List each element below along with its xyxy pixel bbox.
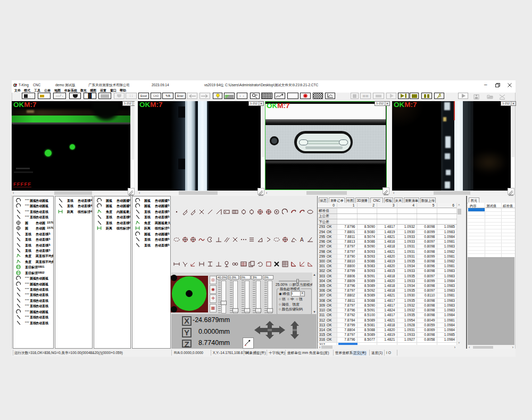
svg-text:A: A (300, 237, 304, 243)
